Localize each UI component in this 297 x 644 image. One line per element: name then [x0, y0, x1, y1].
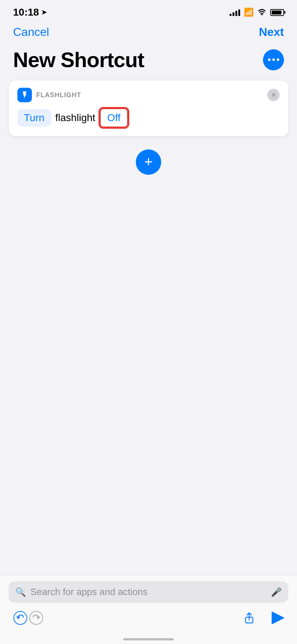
location-icon: ➤	[41, 8, 47, 16]
search-placeholder: Search for apps and actions	[30, 586, 267, 598]
run-shortcut-button[interactable]	[272, 611, 285, 624]
action-card-title-row: FLASHLIGHT	[17, 88, 81, 102]
signal-bars-icon	[230, 9, 240, 16]
svg-point-2	[30, 611, 43, 624]
action-category-label: FLASHLIGHT	[36, 91, 81, 99]
bottom-actions	[9, 610, 288, 626]
close-icon: ✕	[271, 92, 276, 98]
add-action-button[interactable]: +	[136, 149, 161, 175]
share-icon	[241, 610, 257, 626]
home-indicator	[123, 638, 174, 640]
cancel-button[interactable]: Cancel	[13, 25, 49, 39]
plus-icon: +	[144, 154, 152, 169]
off-pill[interactable]: Off	[100, 108, 128, 128]
nav-bar: Cancel Next	[0, 22, 297, 45]
action-card-body: Turn flashlight Off	[17, 108, 280, 128]
page-title-row: New Shortcut	[0, 45, 297, 80]
play-icon	[272, 611, 285, 624]
microphone-icon[interactable]: 🎤	[271, 587, 282, 597]
search-icon: 🔍	[15, 587, 26, 597]
search-bar[interactable]: 🔍 Search for apps and actions 🎤	[9, 581, 288, 603]
status-bar: 10:18 ➤ 📶	[0, 0, 297, 22]
turn-pill[interactable]: Turn	[17, 109, 51, 127]
bottom-panel: 🔍 Search for apps and actions 🎤	[0, 575, 297, 644]
wifi-icon: 📶	[244, 8, 254, 17]
undo-button[interactable]	[12, 610, 28, 626]
share-button[interactable]	[241, 610, 257, 626]
battery-icon	[270, 9, 284, 16]
svg-point-0	[261, 14, 263, 15]
action-card-header: FLASHLIGHT ✕	[17, 88, 280, 102]
status-icons: 📶	[230, 8, 284, 17]
flashlight-text: flashlight	[55, 112, 96, 124]
more-dots-icon	[268, 58, 279, 61]
status-time: 10:18 ➤	[13, 7, 47, 18]
next-button[interactable]: Next	[259, 25, 284, 39]
undo-icon	[12, 610, 28, 626]
page-title: New Shortcut	[13, 48, 144, 72]
wifi-signal-icon	[257, 8, 267, 17]
more-button[interactable]	[263, 49, 284, 70]
redo-button[interactable]	[28, 610, 44, 626]
flashlight-icon	[17, 88, 32, 102]
action-card: FLASHLIGHT ✕ Turn flashlight Off	[9, 80, 288, 136]
svg-point-1	[14, 611, 27, 624]
add-button-row: +	[0, 149, 297, 175]
redo-icon	[28, 610, 44, 626]
remove-action-button[interactable]: ✕	[267, 89, 280, 101]
time-label: 10:18	[13, 7, 39, 18]
